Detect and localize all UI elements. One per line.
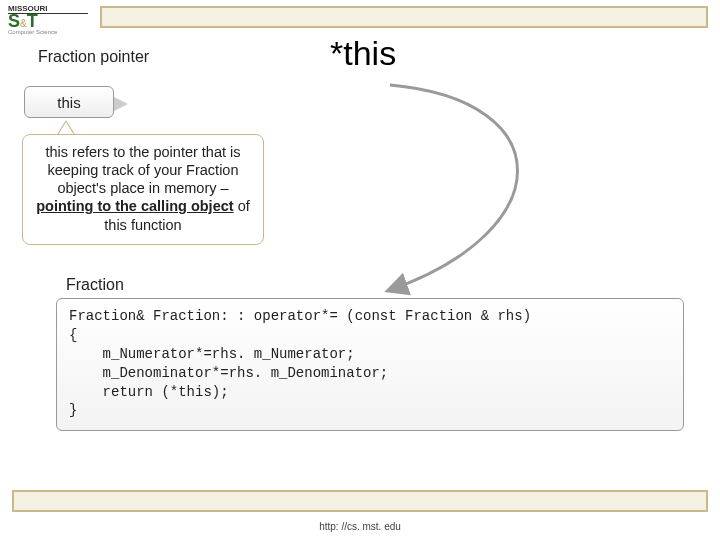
this-pointer-label: this [57,94,80,111]
this-pointer-box: this [24,86,114,118]
footer-url: http: //cs. mst. edu [0,521,720,532]
this-arrowhead-icon [114,97,128,111]
explanation-callout: this refers to the pointer that is keepi… [22,134,264,245]
code-block: Fraction& Fraction: : operator*= (const … [56,298,684,431]
logo-sub: Computer Science [8,29,88,35]
subtitle: Fraction pointer [38,48,149,66]
logo-s: S [8,11,20,31]
top-decor-bar [100,6,708,28]
bottom-decor-bar [12,490,708,512]
logo-amp: & [20,18,27,29]
logo: MISSOURI S&T Computer Science [8,4,88,34]
fraction-label: Fraction [66,276,124,294]
explain-bold: pointing to the calling object [36,198,233,214]
page-title: *this [330,34,396,73]
logo-t: T [27,11,38,31]
explain-pre: this refers to the pointer that is keepi… [45,144,240,196]
